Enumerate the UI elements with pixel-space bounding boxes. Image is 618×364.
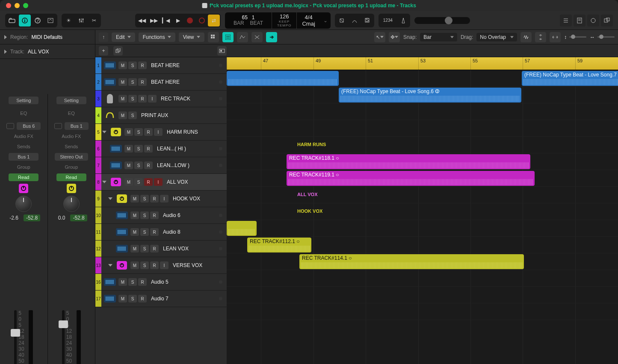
window-minimize[interactable] — [15, 3, 20, 8]
s-button[interactable]: S — [128, 62, 137, 69]
s-button[interactable]: S — [128, 278, 137, 286]
record-button[interactable] — [184, 15, 196, 26]
input-slot[interactable]: Bus 1 — [65, 122, 89, 130]
track-header[interactable]: 8MSRIALL VOX — [95, 174, 227, 191]
m-button[interactable]: M — [130, 195, 139, 203]
s-button[interactable]: S — [140, 261, 149, 269]
track-header[interactable]: 16MSRAudio 5 — [95, 274, 227, 291]
r-button[interactable]: R — [150, 228, 159, 236]
count-in-button[interactable]: 1234 — [379, 15, 396, 26]
automation-button[interactable] — [237, 32, 248, 42]
snap-select[interactable]: Bar — [420, 33, 457, 41]
cycle-button[interactable]: ⇄ — [208, 15, 220, 26]
r-button[interactable]: R — [138, 278, 147, 286]
functions-menu[interactable]: Functions — [139, 32, 175, 42]
inspector-button[interactable] — [19, 15, 31, 26]
window-close[interactable] — [6, 3, 11, 8]
region-inspector-header[interactable]: Region: MIDI Defaults — [0, 30, 95, 44]
audio-region[interactable] — [227, 71, 339, 86]
track-header[interactable]: 17MSRAudio 7 — [95, 291, 227, 307]
list-editors-button[interactable] — [560, 15, 572, 26]
capture-record-button[interactable] — [196, 15, 208, 26]
audiofx-label[interactable]: Audio FX — [5, 132, 42, 140]
track-header[interactable]: 4MSPRINT AUX — [95, 107, 227, 124]
track-header[interactable]: 7MSRLEAN...LOW ) — [95, 157, 227, 174]
audio-region[interactable]: REC TRACK#112.1 ○ — [247, 238, 311, 252]
volume-fader[interactable] — [62, 310, 65, 364]
m-button[interactable]: M — [118, 78, 127, 86]
editors-button[interactable]: ✂ — [88, 15, 100, 26]
smart-controls-button[interactable]: ☀ — [62, 15, 74, 26]
record-enable-indicator[interactable] — [219, 214, 222, 217]
drag-select[interactable]: No Overlap — [476, 33, 517, 41]
record-enable-indicator[interactable] — [219, 164, 222, 167]
solo-lock-button[interactable]: S — [361, 15, 373, 26]
vertical-auto-zoom[interactable] — [535, 32, 546, 42]
track-header[interactable]: 9MSRIHOOK VOX — [95, 191, 227, 207]
r-button[interactable]: R — [150, 261, 159, 269]
duplicate-track-button[interactable] — [113, 46, 123, 56]
horizontal-zoom-slider[interactable]: ↔ — [590, 34, 615, 40]
m-button[interactable]: M — [130, 211, 139, 219]
r-button[interactable]: R — [144, 145, 153, 153]
record-enable-indicator[interactable] — [219, 280, 222, 284]
audio-region[interactable] — [227, 221, 257, 236]
record-enable-indicator[interactable] — [219, 247, 222, 250]
automation-mode[interactable]: Read — [9, 173, 38, 181]
view-icon[interactable] — [6, 123, 14, 129]
record-enable-indicator[interactable] — [219, 97, 222, 100]
i-button[interactable]: I — [148, 95, 157, 103]
m-button[interactable]: M — [130, 261, 139, 269]
audio-region[interactable]: (FREE) NoCap Type Beat - Love Song.6 ⵀ — [339, 88, 521, 103]
loop-browser-button[interactable] — [587, 15, 599, 26]
s-button[interactable]: S — [128, 95, 137, 103]
track-header[interactable]: 1MSRBEAT HERE — [95, 57, 227, 74]
m-button[interactable]: M — [118, 295, 127, 302]
help-button[interactable]: ? — [32, 15, 44, 26]
r-button[interactable]: R — [138, 295, 147, 302]
eq-slot[interactable]: EQ — [53, 107, 90, 120]
autopunch-button[interactable] — [349, 15, 361, 26]
track-header[interactable]: 3MSRIREC TRACK — [95, 91, 227, 107]
horizontal-auto-zoom[interactable] — [550, 32, 561, 42]
audiofx-label[interactable]: Audio FX — [53, 132, 90, 140]
volume-fader[interactable] — [14, 310, 17, 364]
library-button[interactable] — [6, 15, 18, 26]
waveform-zoom-button[interactable] — [520, 32, 532, 42]
record-enable-indicator[interactable] — [219, 80, 222, 84]
track-header[interactable]: 6MSRLEAN...( HI ) — [95, 141, 227, 157]
disclosure-button[interactable] — [101, 180, 107, 184]
pan-knob[interactable] — [15, 196, 32, 212]
s-button[interactable]: S — [140, 195, 149, 203]
disclosure-button[interactable] — [101, 130, 107, 134]
master-volume-slider[interactable] — [414, 17, 470, 24]
view-menu[interactable]: View — [179, 32, 204, 42]
track-header[interactable]: 12MSRLEAN VOX — [95, 241, 227, 257]
timeline-ruler[interactable]: 47495153555759 — [227, 57, 618, 70]
r-button[interactable]: R — [150, 211, 159, 219]
play-button[interactable]: ▶ — [172, 15, 184, 26]
track-header[interactable]: 5MSRIHARM RUNS — [95, 124, 227, 141]
pan-knob[interactable] — [63, 196, 80, 212]
m-button[interactable]: M — [124, 145, 133, 153]
r-button[interactable]: R — [150, 245, 159, 252]
live-loops-button[interactable] — [222, 32, 234, 42]
m-button[interactable]: M — [124, 128, 133, 136]
r-button[interactable]: R — [138, 78, 147, 86]
s-button[interactable]: S — [134, 161, 143, 169]
r-button[interactable]: R — [138, 62, 147, 69]
i-button[interactable]: I — [160, 195, 169, 203]
catch-button[interactable] — [266, 32, 277, 42]
record-enable-indicator[interactable] — [219, 147, 222, 150]
s-button[interactable]: S — [140, 245, 149, 252]
toolbar-toggle[interactable] — [44, 15, 56, 26]
stop-button[interactable]: ▎◀ — [160, 15, 172, 26]
s-button[interactable]: S — [128, 112, 137, 119]
group-slot[interactable]: Group — [53, 163, 90, 171]
s-button[interactable]: S — [128, 78, 137, 86]
add-track-button[interactable]: ＋ — [99, 46, 108, 56]
s-button[interactable]: S — [128, 295, 137, 302]
eq-slot[interactable]: EQ — [5, 107, 42, 120]
forward-button[interactable]: ▶▶ — [148, 15, 160, 26]
track-header[interactable]: 11MSRAudio 8 — [95, 224, 227, 241]
